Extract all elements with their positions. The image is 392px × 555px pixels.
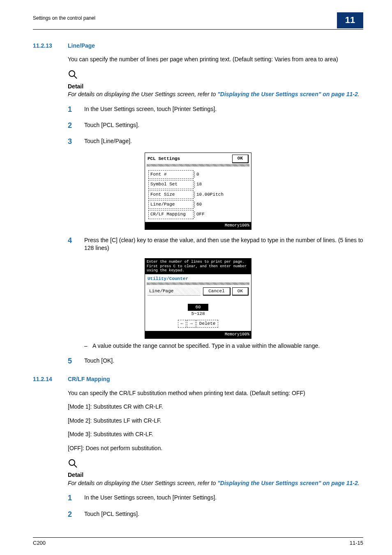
range-label: 5~128	[145, 311, 251, 317]
ok-button[interactable]: OK	[232, 287, 249, 296]
detail-text: For details on displaying the User Setti…	[68, 479, 363, 488]
line-page-button[interactable]: Line/Page	[148, 200, 194, 209]
step-text: Touch [Line/Page].	[84, 136, 363, 147]
xref-link[interactable]: "Displaying the User Settings screen" on…	[217, 91, 358, 97]
font-button[interactable]: Font #	[148, 170, 194, 179]
lcd-screenshot-line-page-entry: Enter the number of lines to print per p…	[145, 258, 251, 339]
step-text: Touch [OK].	[84, 356, 363, 366]
section-heading-crlf: 11.2.14 CR/LF Mapping	[33, 375, 363, 384]
lcd-divider	[147, 282, 249, 285]
step-row: 1 In the User Settings screen, touch [Pr…	[33, 493, 363, 503]
step-row: 4 Press the [C] (clear) key to erase the…	[33, 236, 363, 252]
section-title: Line/Page	[68, 42, 95, 50]
step-text: In the User Settings screen, touch [Prin…	[84, 493, 363, 503]
step-text: In the User Settings screen, touch [Prin…	[84, 104, 363, 115]
magnifier-icon	[68, 69, 78, 79]
ok-button[interactable]: OK	[232, 155, 249, 163]
lcd-divider	[147, 164, 249, 166]
value-display: 60	[188, 304, 208, 311]
mode1-description: [Mode 1]: Substitutes CR with CR-LF.	[68, 403, 363, 411]
step-number-2: 2	[68, 509, 84, 520]
utility-counter-label: Utility/Counter	[145, 274, 251, 282]
section-intro: You can specify the number of lines per …	[68, 56, 363, 64]
lcd-instruction-text: Enter the number of lines to print per p…	[145, 259, 251, 274]
font-size-button[interactable]: Font Size	[148, 190, 194, 199]
section-number: 11.2.14	[33, 375, 68, 384]
off-description: [OFF]: Does not perform substitution.	[68, 444, 363, 453]
svg-point-0	[69, 71, 75, 76]
note-text: A value outside the range cannot be spec…	[92, 342, 320, 350]
step-number-5: 5	[68, 356, 84, 366]
mode3-description: [Mode 3]: Substitutes with CR-LF.	[68, 430, 363, 439]
page-footer: C200 11-15	[33, 537, 363, 547]
step-text: Touch [PCL Settings].	[84, 509, 363, 520]
memory-indicator: Memory100%	[145, 331, 251, 338]
chapter-number-box: 11	[337, 12, 363, 28]
step-number-1: 1	[68, 104, 84, 115]
step-row: 2 Touch [PCL Settings].	[33, 120, 363, 131]
mode2-description: [Mode 2]: Substitutes LF with CR-LF.	[68, 417, 363, 425]
step-row: 5 Touch [OK].	[33, 356, 363, 366]
font-size-value: 10.00Pitch	[194, 192, 224, 198]
xref-link[interactable]: "Displaying the User Settings screen" on…	[217, 480, 358, 486]
footer-pagenum: 11-15	[350, 539, 363, 547]
step-number-1: 1	[68, 493, 84, 503]
svg-line-1	[74, 76, 77, 79]
magnifier-icon	[68, 458, 78, 468]
crlf-mapping-button[interactable]: CR/LF Mapping	[148, 210, 194, 219]
memory-indicator: Memory100%	[145, 222, 251, 229]
step-row: 1 In the User Settings screen, touch [Pr…	[33, 104, 363, 115]
left-arrow-button[interactable]: ←	[178, 320, 187, 328]
step-row: 2 Touch [PCL Settings].	[33, 509, 363, 520]
font-value: 0	[194, 171, 199, 178]
detail-callout: Detail For details on displaying the Use…	[68, 458, 363, 488]
detail-label: Detail	[68, 471, 363, 479]
line-page-label: Line/Page	[148, 287, 201, 296]
detail-callout: Detail For details on displaying the Use…	[68, 69, 363, 99]
svg-line-3	[74, 465, 77, 467]
step-text: Press the [C] (clear) key to erase the v…	[84, 236, 363, 252]
section-title: CR/LF Mapping	[68, 375, 110, 384]
step-number-4: 4	[68, 236, 84, 252]
dash-bullet: –	[84, 342, 92, 350]
step-row: 3 Touch [Line/Page].	[33, 136, 363, 147]
footer-model: C200	[33, 539, 46, 547]
step-number-3: 3	[68, 136, 84, 147]
crlf-mapping-value: OFF	[194, 211, 205, 217]
detail-text: For details on displaying the User Setti…	[68, 90, 363, 99]
section-intro: You can specify the CR/LF substitution m…	[68, 389, 363, 398]
page-header: Settings on the control panel 11	[33, 12, 363, 30]
running-title: Settings on the control panel	[33, 12, 95, 22]
svg-point-2	[69, 460, 75, 465]
delete-button[interactable]: Delete	[196, 320, 219, 328]
line-page-value: 60	[194, 201, 202, 208]
detail-label: Detail	[68, 83, 363, 91]
right-arrow-button[interactable]: →	[187, 320, 196, 328]
note-row: – A value outside the range cannot be sp…	[84, 342, 363, 350]
lcd-title: PCL Settings	[148, 156, 180, 162]
section-heading-line-page: 11.2.13 Line/Page	[33, 42, 363, 50]
section-number: 11.2.13	[33, 42, 68, 50]
step-number-2: 2	[68, 120, 84, 131]
step-text: Touch [PCL Settings].	[84, 120, 363, 131]
lcd-screenshot-pcl-settings: PCL Settings OK Font #0 Symbol Set18 Fon…	[145, 153, 251, 229]
cancel-button[interactable]: Cancel	[203, 287, 231, 296]
symbol-set-value: 18	[194, 181, 202, 187]
symbol-set-button[interactable]: Symbol Set	[148, 180, 194, 189]
